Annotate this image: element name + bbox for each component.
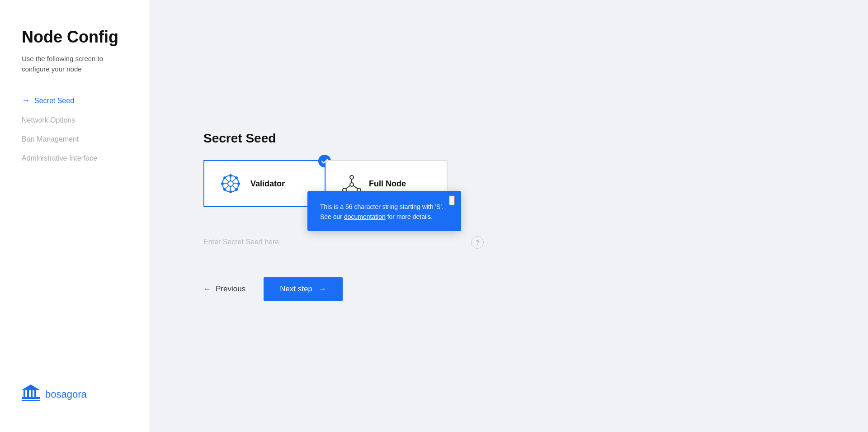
logo-text: bosagora: [45, 389, 87, 400]
svg-rect-3: [34, 390, 36, 397]
svg-line-23: [232, 179, 236, 182]
previous-button[interactable]: ← Previous: [203, 285, 245, 294]
validator-icon: [219, 172, 242, 195]
svg-rect-0: [24, 390, 25, 397]
page-title: Secret Seed: [203, 131, 484, 146]
next-step-button[interactable]: Next step →: [264, 277, 343, 301]
svg-rect-6: [22, 400, 40, 401]
tooltip-close-button[interactable]: ×: [449, 195, 455, 205]
validator-label: Validator: [250, 179, 285, 189]
sidebar-item-network-options[interactable]: Network Options: [22, 116, 127, 124]
next-step-label: Next step: [280, 285, 312, 294]
previous-label: Previous: [216, 285, 245, 294]
sidebar-item-label: Ban Management: [22, 135, 79, 143]
svg-point-26: [350, 176, 354, 179]
sidebar-item-administrative-interface[interactable]: Administrative Interface: [22, 154, 127, 162]
arrow-left-icon: ←: [203, 285, 211, 294]
logo-icon: [22, 384, 40, 405]
sidebar-item-ban-management[interactable]: Ban Management: [22, 135, 127, 143]
svg-line-21: [226, 179, 229, 182]
help-button[interactable]: ?: [471, 236, 484, 249]
sidebar-item-label: Secret Seed: [34, 97, 74, 105]
sidebar-item-secret-seed[interactable]: → Secret Seed: [22, 96, 127, 105]
svg-line-30: [346, 185, 350, 189]
svg-rect-5: [22, 397, 40, 399]
svg-rect-2: [31, 390, 33, 397]
sidebar-footer: bosagora: [22, 384, 127, 405]
svg-line-31: [353, 185, 358, 189]
seed-input-section: ?: [203, 234, 484, 250]
content-area: Secret Seed: [203, 131, 484, 301]
arrow-right-icon: →: [319, 285, 326, 294]
svg-point-10: [229, 190, 232, 193]
sidebar-nav: → Secret Seed Network Options Ban Manage…: [22, 96, 127, 162]
tooltip-docs-link[interactable]: documentation: [344, 213, 386, 220]
sidebar: Node Config Use the following screen to …: [0, 0, 149, 432]
svg-point-9: [229, 174, 232, 177]
svg-marker-4: [22, 385, 40, 390]
tooltip-popup: × This is a 56 character string starting…: [307, 191, 461, 231]
sidebar-item-label: Administrative Interface: [22, 154, 97, 162]
svg-point-15: [235, 176, 238, 179]
app-subtitle: Use the following screen to configure yo…: [22, 54, 127, 74]
nav-buttons: ← Previous Next step →: [203, 277, 484, 301]
main-content: Secret Seed: [149, 0, 868, 432]
svg-line-22: [232, 185, 236, 189]
tooltip-text-after: for more details.: [386, 213, 433, 220]
app-title: Node Config: [22, 27, 127, 47]
sidebar-item-label: Network Options: [22, 116, 75, 124]
secret-seed-input[interactable]: [203, 234, 466, 250]
svg-point-14: [235, 188, 238, 191]
svg-point-11: [221, 182, 224, 185]
svg-point-12: [237, 182, 240, 185]
fullnode-label: Full Node: [369, 179, 406, 189]
svg-line-24: [226, 185, 229, 189]
arrow-icon: →: [22, 96, 30, 105]
svg-rect-1: [27, 390, 29, 397]
